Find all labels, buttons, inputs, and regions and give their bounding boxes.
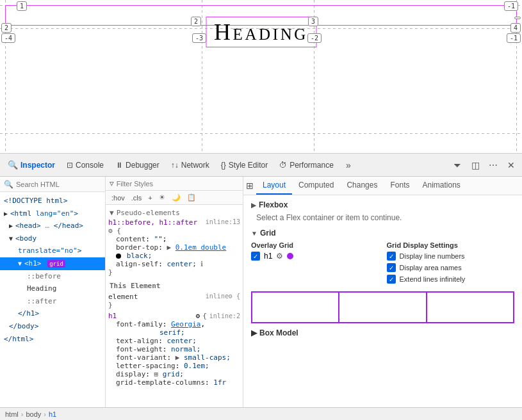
style-tools-bar: :hov .cls + ☀ 🌙 📋 [106,191,243,205]
tab-fonts[interactable]: Fonts [384,177,416,195]
tab-style-editor[interactable]: {} Style Editor [216,158,273,172]
display-line-numbers-item: Display line numbers [387,252,515,261]
grid-h1-checkbox[interactable] [251,252,260,261]
font-family-prop: font-family: Georgia, [108,320,240,328]
more-tabs-button[interactable]: » [340,157,357,174]
badge-neg4: -4 [1,33,15,43]
filter-styles-bar: ▽ [106,177,243,191]
display-line-numbers-checkbox[interactable] [387,252,396,261]
badge-4-right: 4 [510,23,521,33]
tree-h1-close[interactable]: </h1> [0,307,105,320]
info-icon[interactable]: ℹ [200,260,203,268]
html-tree-panel: 🔍 + 🎯 <!DOCTYPE html> ▶<html lang="en"> … [0,177,106,407]
tab-computed[interactable]: Computed [292,177,340,195]
grid-display-settings-col: Grid Display Settings Display line numbe… [387,241,515,286]
performance-label: Performance [290,161,334,170]
console-icon: ⊡ [67,161,73,170]
box-model-arrow-icon: ▶ [251,328,257,337]
breadcrumb-html[interactable]: html [5,410,19,418]
breadcrumb-h1[interactable]: h1 [49,410,56,418]
tree-h1[interactable]: ▼<h1> grid [0,257,105,270]
pseudo-elements-section[interactable]: ▼ Pseudo-elements [108,207,240,218]
badge-neg2-right [514,17,521,19]
breadcrumb: html › body › h1 [0,407,522,420]
more-options-button[interactable]: ⋯ [485,157,502,174]
tab-console[interactable]: ⊡ Console [61,158,109,172]
badge-3: 3 [308,17,318,26]
layout-content: ▶ Flexbox Select a Flex container or ite… [243,195,522,407]
css-align-self: align-self: center; ℹ [108,260,240,268]
grid-cell-2 [339,292,426,323]
extend-lines-checkbox[interactable] [387,275,396,284]
tab-network[interactable]: ↑↓ Network [166,158,215,172]
add-rule-button[interactable]: + [146,193,154,202]
debugger-icon: ⏸ [115,161,123,170]
network-icon: ↑↓ [171,161,179,170]
filter-styles-input[interactable] [117,180,239,188]
cls-button[interactable]: .cls [129,193,144,202]
console-label: Console [76,161,104,170]
grid-section-header[interactable]: ▼ Grid [251,229,514,238]
tab-debugger[interactable]: ⏸ Debugger [110,158,165,172]
breadcrumb-sep-1: › [21,410,24,418]
tree-before[interactable]: ::before [0,270,105,283]
grid-label: Grid [260,229,276,238]
tree-html-close[interactable]: </html> [0,333,105,346]
tree-head[interactable]: ▶<head> … </head> [0,220,105,232]
badge-neg2-mid: -2 [307,33,322,43]
right-tabs: ⊞ Layout Computed Changes Fonts Animatio… [243,177,522,195]
display-area-names-checkbox[interactable] [387,263,396,272]
hover-button[interactable]: :hov [110,193,127,202]
badge-1: 1 [17,1,27,11]
css-border-top-prop: border-top: ▶ 0.1em double [108,243,240,252]
extend-lines-label: Extend lines infinitely [400,275,466,283]
close-devtools-button[interactable]: ✕ [503,157,519,174]
tree-after[interactable]: ::after [0,295,105,308]
grid-arrow-icon: ▼ [251,230,257,237]
css-border-color: black; [108,252,240,260]
split-screen-button[interactable]: ◫ [467,157,484,174]
tree-html[interactable]: ▶<html lang="en"> [0,207,105,220]
overlay-grid-title: Overlay Grid [251,241,379,249]
tree-body-attr[interactable]: translate="no"> [0,245,105,257]
responsive-design-button[interactable]: ⏷ [449,157,466,174]
preview-area: Heading 1 -1 2 4 -4 -1 2 3 -3 -2 [0,0,522,154]
screenshot-button[interactable]: 📋 [185,193,198,202]
grid-cell-1 [252,292,339,323]
tab-animations[interactable]: Animations [416,177,466,195]
layout-panel: ⊞ Layout Computed Changes Fonts Animatio… [243,177,522,407]
css-close-brace: } [108,268,240,277]
tree-body-open[interactable]: ▼<body [0,232,105,245]
light-mode-button[interactable]: ☀ [157,193,167,202]
flexbox-message: Select a Flex container or item to conti… [251,213,514,222]
flexbox-arrow-icon: ▶ [251,202,256,209]
grid-h1-label: h1 [264,252,272,261]
font-family-serif: serif; [108,328,240,337]
tree-heading-text[interactable]: Heading [0,282,105,295]
grid-color-dot [287,253,293,259]
tab-changes[interactable]: Changes [340,177,384,195]
pseudo-elements-label: Pseudo-elements [117,209,180,217]
flexbox-section-header[interactable]: ▶ Flexbox [251,200,514,209]
box-model-section-header[interactable]: ▶ Box Model [251,328,514,337]
gear-grid-icon[interactable]: ⚙ [276,252,283,261]
badge-2-left: 2 [1,23,12,33]
grid-template-columns-prop: grid-template-columns: 1fr [108,378,240,387]
breadcrumb-body[interactable]: body [26,410,41,418]
grid-cell-3 [427,292,514,323]
pseudo-rule-block: h1::before, h1::after inline:13 ⚙ { cont… [108,218,240,277]
css-rules: ▼ Pseudo-elements h1::before, h1::after … [106,205,243,407]
grid-line-h [0,133,522,134]
tree-body-close[interactable]: </body> [0,320,105,333]
tree-doctype[interactable]: <!DOCTYPE html> [0,195,105,207]
css-open-brace: ⚙ { [108,227,240,235]
layout-panel-icon: ⊞ [246,181,254,191]
tab-layout[interactable]: Layout [256,177,292,195]
search-html-input[interactable] [16,181,104,188]
dark-mode-button[interactable]: 🌙 [170,193,183,202]
tab-inspector[interactable]: 🔍 Inspector [3,158,60,172]
grid-section: Overlay Grid h1 ⚙ Grid Display Settings [251,241,514,323]
network-label: Network [181,161,209,170]
tab-performance[interactable]: ⏱ Performance [274,158,339,172]
section-arrow-icon: ▼ [110,209,114,217]
